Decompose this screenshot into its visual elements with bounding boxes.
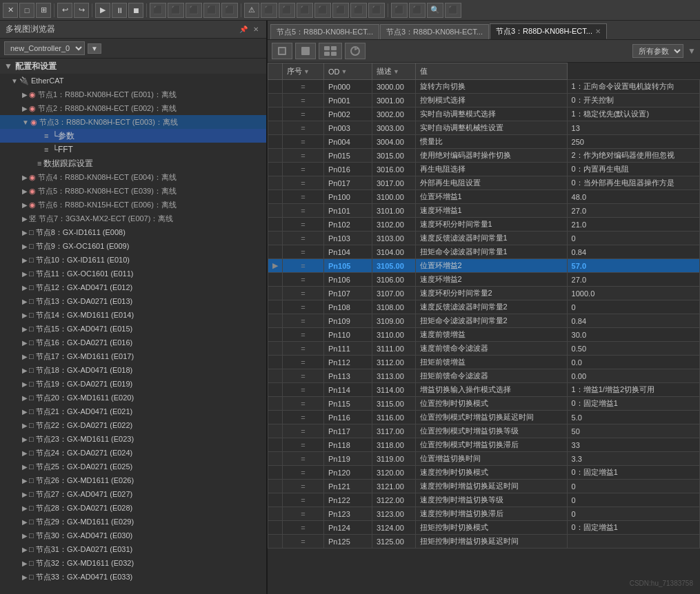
toolbar-btn-a3[interactable]: ⬛ (186, 3, 202, 18)
tree-node-11[interactable]: ▶ □ 节点11：GX-OC1601 (E011) (0, 267, 266, 280)
tree-node-16[interactable]: ▶ □ 节点16：GX-DA0271 (E016) (0, 336, 266, 349)
table-row[interactable]: =Pn0023002.00实时自动调整模式选择1：稳定优先(默认设置) (268, 107, 700, 121)
table-row[interactable]: =Pn0163016.00再生电阻选择0：内置再生电阻 (268, 163, 700, 176)
tree-node-33[interactable]: ▶ □ 节点33：GX-AD0471 (E033) (0, 570, 266, 584)
tab-node3-2[interactable]: 节点3：R88D-KN08H-ECT... ✕ (490, 23, 607, 39)
tree-node-3-fft[interactable]: ≡ └FFT (0, 143, 266, 156)
table-row[interactable]: =Pn0153015.00使用绝对编码器时操作切换2：作为绝对编码器使用但忽视 (268, 149, 700, 163)
controller-select[interactable]: new_Controller_0 (4, 41, 85, 55)
toolbar-btn-b3[interactable]: ⬛ (279, 3, 295, 18)
content-btn-1[interactable] (272, 43, 292, 59)
table-row[interactable]: =Pn1173117.00位置控制模式时增益切换等级50 (268, 424, 700, 438)
table-container[interactable]: 序号▼ OD▼ 描述▼ 值 =Pn0003000.00旋转方向切换1：正向命令设… (268, 63, 700, 594)
filter-select[interactable]: 所有参数 (632, 44, 683, 58)
tab-node3-2-close[interactable]: ✕ (595, 28, 601, 35)
col-header-desc[interactable]: 描述▼ (372, 63, 416, 80)
table-row[interactable]: =Pn1243124.00扭矩控制时切换模式0：固定增益1 (268, 521, 700, 535)
toolbar-btn-c3[interactable]: 🔍 (427, 3, 443, 18)
table-row[interactable]: =Pn0013001.00控制模式选择0：开关控制 (268, 94, 700, 107)
tree-node-19[interactable]: ▶ □ 节点19：GX-DA0271 (E019) (0, 377, 266, 391)
toolbar-btn-c1[interactable]: ⬛ (391, 3, 408, 18)
table-row[interactable]: =Pn1193119.00位置增益切换时间3.3 (268, 452, 700, 466)
panel-pin-btn[interactable]: 📌 (237, 25, 250, 34)
tree-node-14[interactable]: ▶ □ 节点14：GX-MD1611 (E014) (0, 308, 266, 322)
tree-node-25[interactable]: ▶ □ 节点25：GX-DA0271 (E025) (0, 460, 266, 473)
toolbar-btn-c4[interactable]: ⬛ (445, 3, 461, 18)
tree-node-4[interactable]: ▶ ◉ 节点4：R88D-KN08H-ECT (E004)：离线 (0, 170, 266, 184)
tree-node-30[interactable]: ▶ □ 节点30：GX-AD0471 (E030) (0, 529, 266, 542)
tree-node-9[interactable]: ▶ □ 节点9：GX-OC1601 (E009) (0, 239, 266, 253)
tree-node-22[interactable]: ▶ □ 节点22：GX-DA0271 (E022) (0, 418, 266, 432)
tab-node3-1[interactable]: 节点3：R88D-KN08H-ECT... (380, 24, 489, 39)
col-header-value[interactable]: 值 (415, 63, 567, 80)
table-row[interactable]: =Pn0033003.00实时自动调整机械性设置13 (268, 121, 700, 135)
table-row[interactable]: =Pn1103110.00速度前馈增益30.0 (268, 328, 700, 342)
col-header-pn[interactable]: 序号▼ (283, 63, 324, 80)
toolbar-btn-b7[interactable]: ⬛ (350, 3, 367, 18)
tree-node-27[interactable]: ▶ □ 节点27：GX-AD0471 (E027) (0, 487, 266, 501)
table-row[interactable]: =Pn1093109.00扭矩命令滤波器时间常量20.84 (268, 314, 700, 328)
toolbar-btn-play[interactable]: ▶ (95, 3, 110, 18)
table-row[interactable]: =Pn1233123.00速度控制时增益切换滞后0 (268, 507, 700, 521)
table-row[interactable]: =Pn1133113.00扭矩前馈命令滤波器0.00 (268, 369, 700, 383)
ethercat-node[interactable]: ▼ 🔌 EtherCAT (0, 74, 266, 88)
table-row[interactable]: =Pn1153115.00位置控制时切换模式0：固定增益1 (268, 397, 700, 411)
table-row[interactable]: =Pn1183118.00位置控制模式时增益切换滞后33 (268, 438, 700, 452)
table-row[interactable]: =Pn1033103.00速度反馈滤波器时间常量10 (268, 232, 700, 245)
table-row[interactable]: =Pn1003100.00位置环增益148.0 (268, 190, 700, 204)
table-row[interactable]: =Pn1113111.00速度前馈命令滤波器0.50 (268, 342, 700, 356)
table-row[interactable]: =Pn1143114.00增益切换输入操作模式选择1：增益1/增益2切换可用 (268, 383, 700, 397)
table-row[interactable]: =Pn1223122.00速度控制时增益切换等级0 (268, 493, 700, 507)
tree-node-29[interactable]: ▶ □ 节点29：GX-MD1611 (E029) (0, 515, 266, 529)
table-row[interactable]: =Pn1023102.00速度环积分时间常量121.0 (268, 218, 700, 232)
tree-node-5[interactable]: ▶ ◉ 节点5：R88D-KN08H-ECT (E039)：离线 (0, 184, 266, 198)
tree-node-21[interactable]: ▶ □ 节点21：GX-AD0471 (E021) (0, 404, 266, 418)
table-row[interactable]: =Pn0003000.00旋转方向切换1：正向命令设置电机旋转方向 (268, 80, 700, 94)
content-btn-3[interactable] (319, 43, 342, 59)
tree-node-23[interactable]: ▶ □ 节点23：GX-MD1611 (E023) (0, 432, 266, 446)
toolbar-btn-stop[interactable]: ⏹ (128, 3, 143, 18)
tab-node5[interactable]: 节点5：R88D-KN08H-ECT... (270, 24, 379, 39)
table-row[interactable]: =Pn0043004.00惯量比250 (268, 135, 700, 149)
table-row[interactable]: =Pn1163116.00位置控制模式时增益切换延迟时间5.0 (268, 411, 700, 424)
collapse-btn[interactable]: ▼ (88, 43, 101, 54)
table-row[interactable]: =Pn1013101.00速度环增益127.0 (268, 204, 700, 218)
table-row[interactable]: =Pn1213121.00速度控制时增益切换延迟时间0 (268, 480, 700, 493)
tree-node-8[interactable]: ▶ □ 节点8：GX-ID1611 (E008) (0, 225, 266, 239)
tree-node-3[interactable]: ▼ ◉ 节点3：R88D-KN08H-ECT (E003)：离线 (0, 115, 266, 129)
tree-datatrace[interactable]: ≡ 数据跟踪设置 (0, 156, 266, 170)
tree-node-3-params[interactable]: ≡ └参数 (0, 129, 266, 143)
tree-node-24[interactable]: ▶ □ 节点24：GX-DA0271 (E024) (0, 446, 266, 460)
tree-node-17[interactable]: ▶ □ 节点17：GX-MD1611 (E017) (0, 349, 266, 363)
tree-node-31[interactable]: ▶ □ 节点31：GX-DA0271 (E031) (0, 542, 266, 556)
toolbar-btn-a1[interactable]: ⬛ (150, 3, 166, 18)
table-row[interactable]: =Pn1083108.00速度反馈滤波器时间常量20 (268, 300, 700, 314)
toolbar-btn-box[interactable]: □ (19, 3, 34, 18)
toolbar-btn-b6[interactable]: ⬛ (332, 3, 349, 18)
table-row[interactable]: =Pn1063106.00速度环增益227.0 (268, 273, 700, 287)
tree-node-10[interactable]: ▶ □ 节点10：GX-ID1611 (E010) (0, 253, 266, 267)
toolbar-btn-c2[interactable]: ⬛ (409, 3, 426, 18)
toolbar-btn-b4[interactable]: ⬛ (297, 3, 313, 18)
table-row[interactable]: ▶=Pn1053105.00位置环增益257.0 (268, 259, 700, 273)
tree-node-2[interactable]: ▶ ◉ 节点2：R88D-KN08H-ECT (E002)：离线 (0, 101, 266, 115)
toolbar-btn-x[interactable]: ✕ (3, 3, 18, 18)
toolbar-btn-a2[interactable]: ⬛ (168, 3, 184, 18)
toolbar-btn-grid[interactable]: ⊞ (36, 3, 51, 18)
tree-node-15[interactable]: ▶ □ 节点15：GX-AD0471 (E015) (0, 322, 266, 336)
tree-node-18[interactable]: ▶ □ 节点18：GX-AD0471 (E018) (0, 363, 266, 377)
toolbar-btn-b8[interactable]: ⬛ (368, 3, 385, 18)
toolbar-btn-a4[interactable]: ⬛ (203, 3, 220, 18)
tree-node-6[interactable]: ▶ ◉ 节点6：R88D-KN15H-ECT (E006)：离线 (0, 198, 266, 212)
toolbar-btn-b5[interactable]: ⬛ (314, 3, 331, 18)
table-row[interactable]: =Pn0173017.00外部再生电阻设置0：当外部再生电阻器操作方是 (268, 176, 700, 190)
table-row[interactable]: =Pn1043104.00扭矩命令滤波器时间常量10.84 (268, 245, 700, 259)
content-btn-4[interactable] (345, 43, 366, 59)
table-row[interactable]: =Pn1203120.00速度控制时切换模式0：固定增益1 (268, 466, 700, 480)
toolbar-btn-redo[interactable]: ↪ (74, 3, 89, 18)
tree-node-26[interactable]: ▶ □ 节点26：GX-MD1611 (E026) (0, 473, 266, 487)
tree-container[interactable]: ▼ 配置和设置 ▼ 🔌 EtherCAT ▶ ◉ 节点1：R88D-KN08H-… (0, 59, 266, 594)
toolbar-btn-a5[interactable]: ⬛ (221, 3, 238, 18)
toolbar-btn-b1[interactable]: ⚠ (244, 3, 259, 18)
table-row[interactable]: =Pn1073107.00速度环积分时间常量21000.0 (268, 287, 700, 300)
